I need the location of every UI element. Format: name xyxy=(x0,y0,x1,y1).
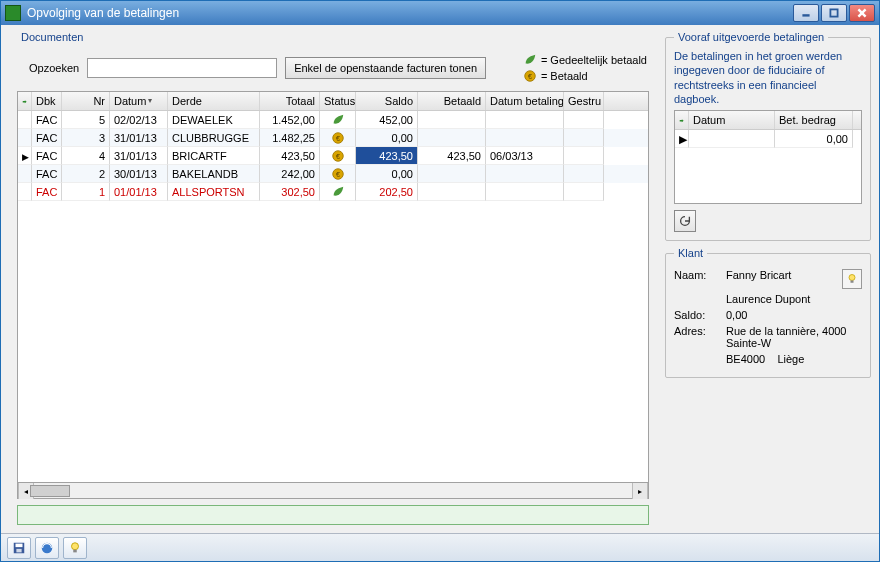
documents-group: Documenten Opzoeken Enkel de openstaande… xyxy=(9,31,657,533)
col-nr[interactable]: Nr xyxy=(62,92,110,110)
sort-desc-icon: ▾ xyxy=(148,94,152,108)
svg-point-17 xyxy=(42,542,53,553)
col-datum[interactable]: Datum▾ xyxy=(110,92,168,110)
bulb-icon xyxy=(68,541,82,555)
col-dbk[interactable]: Dbk xyxy=(32,92,62,110)
cell-datum: 31/01/13 xyxy=(110,129,168,147)
app-icon xyxy=(5,5,21,21)
payments-col-bedrag[interactable]: Bet. bedrag xyxy=(775,111,853,129)
cell-datum: 02/02/13 xyxy=(110,111,168,129)
cell-datum: 31/01/13 xyxy=(110,147,168,165)
cell-status xyxy=(320,183,356,201)
documents-legend: Documenten xyxy=(17,31,87,43)
col-betaald[interactable]: Betaald xyxy=(418,92,486,110)
klant-info-button[interactable] xyxy=(842,269,862,289)
svg-point-12 xyxy=(849,275,855,281)
klant-saldo: 0,00 xyxy=(726,309,862,321)
cell-nr: 5 xyxy=(62,111,110,129)
cell-betaald: 423,50 xyxy=(418,147,486,165)
close-button[interactable] xyxy=(849,4,875,22)
klant-adres-label: Adres: xyxy=(674,325,718,349)
klant-saldo-label: Saldo: xyxy=(674,309,718,321)
floppy-icon xyxy=(12,541,26,555)
col-datum-betaling[interactable]: Datum betaling xyxy=(486,92,564,110)
cell-dbk: FAC xyxy=(32,129,62,147)
cell-gestru xyxy=(564,183,604,201)
content: Documenten Opzoeken Enkel de openstaande… xyxy=(1,25,879,533)
cell-betaald xyxy=(418,111,486,129)
payments-grid-body[interactable]: ▶0,00 xyxy=(675,130,861,203)
col-indicator[interactable] xyxy=(18,92,32,110)
refresh-toolbar-button[interactable] xyxy=(35,537,59,559)
documents-grid[interactable]: Dbk Nr Datum▾ Derde Totaal Status Saldo … xyxy=(17,91,649,483)
scroll-right-button[interactable]: ▸ xyxy=(632,483,648,499)
col-status[interactable]: Status xyxy=(320,92,356,110)
cell-datum-betaling xyxy=(486,129,564,147)
maximize-button[interactable] xyxy=(821,4,847,22)
documents-grid-body[interactable]: FAC502/02/13DEWAELEK1.452,00452,00FAC331… xyxy=(18,111,648,482)
klant-adres: Rue de la tannière, 4000 Sainte-W xyxy=(726,325,862,349)
table-row[interactable]: FAC431/01/13BRICARTF423,50€423,50423,500… xyxy=(18,147,648,165)
row-indicator: ▶ xyxy=(675,130,689,148)
window-buttons xyxy=(793,4,875,22)
minimize-button[interactable] xyxy=(793,4,819,22)
cell-status: € xyxy=(320,129,356,147)
row-indicator xyxy=(18,183,32,201)
search-row: Opzoeken Enkel de openstaande facturen t… xyxy=(17,49,649,91)
cell-derde: BAKELANDB xyxy=(168,165,260,183)
cell-gestru xyxy=(564,129,604,147)
row-indicator xyxy=(18,111,32,129)
cell-datum-betaling xyxy=(486,165,564,183)
cell-datum: 01/01/13 xyxy=(110,183,168,201)
refresh-icon xyxy=(678,214,692,228)
cell-saldo: 0,00 xyxy=(356,165,418,183)
horizontal-scrollbar[interactable]: ◂ ▸ xyxy=(17,483,649,499)
payments-info: De betalingen in het groen werden ingege… xyxy=(674,49,862,106)
payments-col-datum[interactable]: Datum xyxy=(689,111,775,129)
svg-rect-16 xyxy=(16,548,21,552)
left-pane: Documenten Opzoeken Enkel de openstaande… xyxy=(9,31,657,533)
cell-totaal: 242,00 xyxy=(260,165,320,183)
table-row[interactable]: FAC230/01/13BAKELANDB242,00€0,00 xyxy=(18,165,648,183)
klant-naam1: Fanny Bricart xyxy=(726,269,834,289)
scroll-thumb[interactable] xyxy=(30,485,70,497)
klant-group: Klant Naam: Fanny Bricart Laurence Dupon… xyxy=(665,247,871,378)
cell-datum xyxy=(689,130,775,148)
coin-icon: € xyxy=(331,171,345,183)
svg-point-18 xyxy=(72,542,79,549)
window-title: Opvolging van de betalingen xyxy=(27,6,793,20)
hint-button[interactable] xyxy=(63,537,87,559)
coin-icon: € xyxy=(523,69,537,83)
cell-dbk: FAC xyxy=(32,147,62,165)
table-row[interactable]: FAC331/01/13CLUBBRUGGE1.482,25€0,00 xyxy=(18,129,648,147)
arrow-right-icon xyxy=(22,94,27,108)
search-label: Opzoeken xyxy=(29,62,79,74)
save-button[interactable] xyxy=(7,537,31,559)
cell-dbk: FAC xyxy=(32,165,62,183)
cell-nr: 1 xyxy=(62,183,110,201)
col-derde[interactable]: Derde xyxy=(168,92,260,110)
svg-rect-1 xyxy=(830,9,837,16)
cell-gestru xyxy=(564,147,604,165)
cell-derde: ALLSPORTSN xyxy=(168,183,260,201)
table-row[interactable]: FAC101/01/13ALLSPORTSN302,50202,50 xyxy=(18,183,648,201)
col-totaal[interactable]: Totaal xyxy=(260,92,320,110)
search-input[interactable] xyxy=(87,58,277,78)
payments-col-indicator[interactable] xyxy=(675,111,689,129)
svg-text:€: € xyxy=(336,135,340,142)
documents-grid-header: Dbk Nr Datum▾ Derde Totaal Status Saldo … xyxy=(18,92,648,111)
col-gestru[interactable]: Gestru xyxy=(564,92,604,110)
show-outstanding-button[interactable]: Enkel de openstaande facturen tonen xyxy=(285,57,486,79)
cell-saldo: 0,00 xyxy=(356,129,418,147)
cell-totaal: 302,50 xyxy=(260,183,320,201)
klant-legend: Klant xyxy=(674,247,707,259)
legend-partial-label: = Gedeeltelijk betaald xyxy=(541,54,647,66)
col-saldo[interactable]: Saldo xyxy=(356,92,418,110)
table-row[interactable]: ▶0,00 xyxy=(675,130,861,148)
cell-derde: BRICARTF xyxy=(168,147,260,165)
refresh-button[interactable] xyxy=(674,210,696,232)
right-pane: Vooraf uitgevoerde betalingen De betalin… xyxy=(665,31,871,533)
payments-grid[interactable]: Datum Bet. bedrag ▶0,00 xyxy=(674,110,862,204)
table-row[interactable]: FAC502/02/13DEWAELEK1.452,00452,00 xyxy=(18,111,648,129)
leaf-icon xyxy=(523,53,537,67)
